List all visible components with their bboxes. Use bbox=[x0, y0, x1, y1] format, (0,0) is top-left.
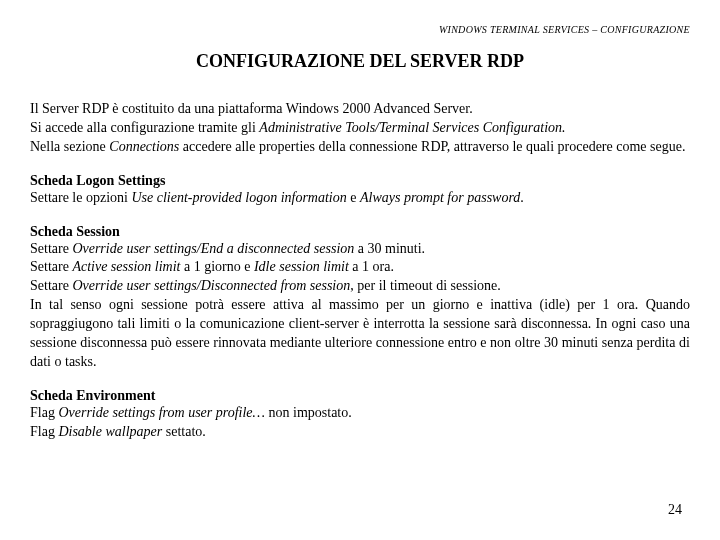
logon-paragraph: Settare le opzioni Use client-provided l… bbox=[30, 189, 690, 208]
text-italic: Override user settings/End a disconnecte… bbox=[72, 241, 354, 256]
text: Si accede alla configurazione tramite gl… bbox=[30, 120, 259, 135]
text: . bbox=[520, 190, 524, 205]
text: Il Server RDP è costituito da una piatta… bbox=[30, 101, 473, 116]
text-italic: Always prompt for password bbox=[360, 190, 520, 205]
page-title: CONFIGURAZIONE DEL SERVER RDP bbox=[30, 51, 690, 72]
page-number: 24 bbox=[668, 502, 682, 518]
text: Nella sezione bbox=[30, 139, 109, 154]
text: Flag bbox=[30, 405, 58, 420]
text: accedere alle properties della connessio… bbox=[179, 139, 685, 154]
text: Settare bbox=[30, 259, 72, 274]
text-italic: Administrative Tools/Terminal Services C… bbox=[259, 120, 565, 135]
intro-paragraph: Il Server RDP è costituito da una piatta… bbox=[30, 100, 690, 157]
text-italic: Connections bbox=[109, 139, 179, 154]
text: Settare bbox=[30, 278, 72, 293]
session-paragraph: Settare Override user settings/End a dis… bbox=[30, 240, 690, 372]
text: Settare le opzioni bbox=[30, 190, 131, 205]
running-header: WINDOWS TERMINAL SERVICES – CONFIGURAZIO… bbox=[30, 24, 690, 35]
text: , per il timeout di sessione. bbox=[350, 278, 500, 293]
text: Flag bbox=[30, 424, 58, 439]
text: e bbox=[347, 190, 360, 205]
environment-paragraph: Flag Override settings from user profile… bbox=[30, 404, 690, 442]
text: a 1 giorno e bbox=[180, 259, 253, 274]
heading-logon: Scheda Logon Settings bbox=[30, 173, 690, 189]
text: a 30 minuti. bbox=[354, 241, 425, 256]
text-italic: Use client-provided logon information bbox=[131, 190, 346, 205]
text: a 1 ora. bbox=[349, 259, 394, 274]
text-italic: Override settings from user profile… bbox=[58, 405, 265, 420]
text-italic: Override user settings/Disconnected from… bbox=[72, 278, 350, 293]
text: settato. bbox=[162, 424, 206, 439]
heading-session: Scheda Session bbox=[30, 224, 690, 240]
heading-environment: Scheda Environment bbox=[30, 388, 690, 404]
text: In tal senso ogni sessione potrà essere … bbox=[30, 297, 690, 369]
text: Settare bbox=[30, 241, 72, 256]
text: non impostato. bbox=[265, 405, 352, 420]
text-italic: Idle session limit bbox=[254, 259, 349, 274]
text-italic: Disable wallpaper bbox=[58, 424, 162, 439]
text-italic: Active session limit bbox=[72, 259, 180, 274]
